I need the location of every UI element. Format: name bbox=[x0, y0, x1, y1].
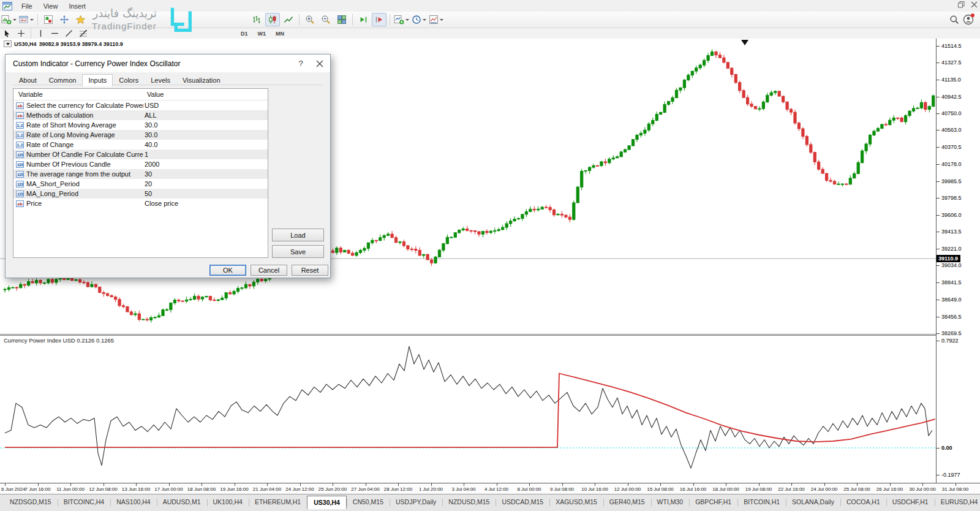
menu-item-view[interactable]: View bbox=[38, 1, 64, 11]
chart-symbol-dropdown[interactable] bbox=[4, 40, 12, 47]
cursor-tool-button[interactable] bbox=[1, 28, 13, 39]
input-value[interactable]: USD bbox=[143, 102, 268, 109]
input-row[interactable]: MA_Long_Period50 bbox=[13, 189, 268, 199]
profiles-button[interactable] bbox=[18, 13, 34, 26]
input-value[interactable]: 40.0 bbox=[143, 141, 268, 148]
input-row[interactable]: Number Of Candle For Calculate Currency … bbox=[13, 150, 268, 159]
input-row[interactable]: Number Of Previous Candle2000 bbox=[13, 159, 268, 169]
indicators-button[interactable] bbox=[393, 13, 410, 26]
input-value[interactable]: ALL bbox=[143, 112, 268, 119]
symbol-tab[interactable]: XAGUSD,M15 bbox=[549, 496, 603, 509]
templates-button[interactable] bbox=[428, 13, 444, 26]
periods-button[interactable] bbox=[411, 13, 427, 26]
input-value[interactable]: Close price bbox=[143, 200, 268, 207]
symbol-tabs: NZDSGD,M15BITCOINC,H4NAS100,H4AUDUSD,M1U… bbox=[4, 496, 980, 509]
parameter-type-icon bbox=[16, 181, 24, 187]
new-chart-button[interactable] bbox=[1, 13, 17, 26]
symbol-tab[interactable]: USDCAD,M15 bbox=[496, 496, 549, 509]
symbol-tab[interactable]: NZDSGD,M15 bbox=[4, 496, 58, 509]
cancel-button[interactable]: Cancel bbox=[251, 265, 287, 276]
line-chart-button[interactable] bbox=[281, 13, 296, 26]
candlestick-chart-button[interactable] bbox=[265, 13, 280, 26]
symbol-tab[interactable]: BITCOIN,H1 bbox=[737, 496, 786, 509]
zoom-in-button[interactable] bbox=[303, 13, 317, 26]
input-variable-label: MA_Short_Period bbox=[26, 180, 80, 187]
input-row[interactable]: Select the currency for Calculate PowerU… bbox=[13, 100, 268, 110]
restore-window-icon[interactable] bbox=[958, 1, 965, 8]
menu-item-insert[interactable]: Insert bbox=[63, 1, 91, 11]
dialog-tab-inputs[interactable]: Inputs bbox=[82, 74, 113, 86]
input-value[interactable]: 20 bbox=[143, 180, 268, 187]
input-value[interactable]: 1 bbox=[143, 151, 268, 158]
toolbar-separator bbox=[37, 14, 38, 25]
time-axis-label: 26 Jul 16:00 bbox=[876, 486, 903, 492]
oscillator-chart[interactable] bbox=[0, 336, 936, 483]
input-row[interactable]: PriceClose price bbox=[13, 199, 268, 208]
data-window-button[interactable] bbox=[57, 13, 72, 26]
close-window-icon[interactable] bbox=[971, 1, 978, 8]
input-row[interactable]: Rate of Change40.0 bbox=[13, 140, 268, 150]
symbol-tab[interactable]: NAS100,H4 bbox=[110, 496, 156, 509]
input-row[interactable]: Methods of calculationALL bbox=[13, 110, 268, 120]
chart-shift-button[interactable] bbox=[372, 13, 386, 26]
symbol-tab[interactable]: BITCOINC,H4 bbox=[58, 496, 111, 509]
dropdown-arrow-icon bbox=[423, 19, 426, 21]
ok-button[interactable]: OK bbox=[209, 265, 246, 276]
reset-button[interactable]: Reset bbox=[292, 265, 328, 276]
navigator-button[interactable] bbox=[73, 13, 88, 26]
input-row[interactable]: The average range from the output30 bbox=[13, 169, 268, 179]
dialog-help-button[interactable]: ? bbox=[296, 59, 306, 68]
menu-item-file[interactable]: File bbox=[16, 1, 38, 11]
symbol-tab[interactable]: UK100,H4 bbox=[207, 496, 249, 509]
search-icon[interactable] bbox=[949, 15, 959, 25]
input-value[interactable]: 30 bbox=[143, 170, 268, 178]
symbol-tab[interactable]: USDJPY,Daily bbox=[390, 496, 442, 509]
symbol-tab[interactable]: WTI,M30 bbox=[651, 496, 690, 509]
period-button-w1[interactable]: W1 bbox=[253, 29, 271, 38]
crosshair-tool-button[interactable] bbox=[15, 28, 28, 39]
load-button[interactable]: Load bbox=[272, 229, 324, 241]
cursor-icon bbox=[3, 29, 11, 37]
input-row[interactable]: Rate of Short Moving Average30.0 bbox=[13, 120, 268, 130]
zoom-out-icon bbox=[321, 15, 331, 25]
tile-windows-button[interactable] bbox=[334, 13, 349, 26]
column-value: Value bbox=[146, 91, 268, 98]
input-row[interactable]: Rate of Long Moving Average30.0 bbox=[13, 130, 268, 140]
symbol-tab[interactable]: GER40,M15 bbox=[603, 496, 651, 509]
time-tick bbox=[693, 483, 694, 486]
symbol-tab[interactable]: SOLANA,Daily bbox=[786, 496, 840, 509]
bar-chart-button[interactable] bbox=[249, 13, 264, 26]
symbol-tab[interactable]: US30,H4 bbox=[307, 496, 347, 509]
fibonacci-icon bbox=[79, 29, 88, 37]
profile-button[interactable] bbox=[963, 14, 974, 25]
symbol-tab[interactable]: USDCHF,H1 bbox=[886, 496, 935, 509]
input-value[interactable]: 2000 bbox=[143, 161, 268, 168]
auto-scroll-button[interactable] bbox=[356, 13, 371, 26]
period-button-mn[interactable]: MN bbox=[271, 29, 289, 38]
save-button[interactable]: Save bbox=[272, 245, 324, 258]
fibonacci-tool-button[interactable] bbox=[77, 28, 89, 39]
input-value[interactable]: 50 bbox=[143, 190, 268, 197]
symbol-tab[interactable]: COCOA,H1 bbox=[840, 496, 886, 509]
time-axis-label: 25 Jul 08:00 bbox=[843, 486, 870, 492]
symbol-tab[interactable]: EURUSD,H4 bbox=[935, 496, 980, 509]
trendline-tool-button[interactable] bbox=[62, 28, 75, 39]
input-value[interactable]: 30.0 bbox=[143, 131, 268, 138]
symbol-tab[interactable]: ETHEREUM,H1 bbox=[249, 496, 307, 509]
zoom-out-button[interactable] bbox=[318, 13, 333, 26]
horizontal-line-tool-button[interactable] bbox=[48, 28, 61, 39]
price-axis[interactable]: 41514.541327.541135.040942.540750.040563… bbox=[936, 39, 980, 483]
vertical-line-tool-button[interactable] bbox=[34, 28, 47, 39]
symbol-tab[interactable]: NZDUSD,M15 bbox=[442, 496, 496, 509]
symbol-tab[interactable]: CN50,M15 bbox=[347, 496, 390, 509]
time-axis[interactable]: 6 Jun 20247 Jun 16:0011 Jun 00:0012 Jun … bbox=[0, 483, 980, 494]
time-axis-label: 3 Jul 04:00 bbox=[451, 486, 475, 492]
market-watch-button[interactable] bbox=[41, 13, 56, 26]
period-button-d1[interactable]: D1 bbox=[236, 29, 253, 38]
input-row[interactable]: MA_Short_Period20 bbox=[13, 179, 268, 189]
symbol-tab[interactable]: AUDUSD,M1 bbox=[157, 496, 207, 509]
parameter-type-icon bbox=[16, 171, 24, 178]
dialog-close-icon[interactable] bbox=[315, 59, 324, 68]
symbol-tab[interactable]: GBPCHF,H1 bbox=[689, 496, 737, 509]
input-value[interactable]: 30.0 bbox=[143, 121, 268, 129]
